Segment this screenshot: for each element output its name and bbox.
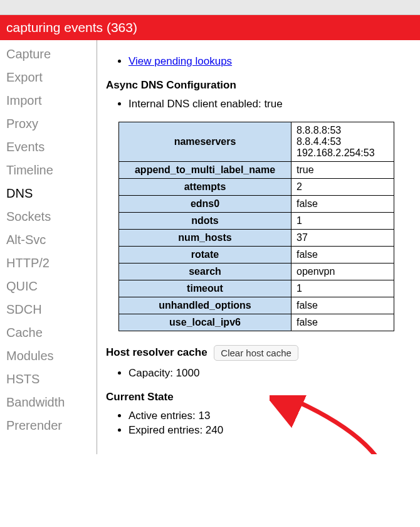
sidebar-item-bandwidth[interactable]: Bandwidth: [0, 391, 97, 414]
sidebar-item-timeline[interactable]: Timeline: [0, 159, 97, 182]
current-state-heading: Current State: [106, 391, 411, 403]
table-row: unhandled_optionsfalse: [119, 297, 394, 314]
capacity-value: Capacity: 1000: [129, 367, 411, 380]
sidebar-item-http-2[interactable]: HTTP/2: [0, 252, 97, 275]
config-key: timeout: [119, 280, 291, 297]
clear-host-cache-button[interactable]: Clear host cache: [214, 345, 298, 361]
sidebar-item-export[interactable]: Export: [0, 66, 97, 89]
async-dns-heading: Async DNS Configuration: [106, 79, 411, 92]
sidebar-item-sockets[interactable]: Sockets: [0, 205, 97, 228]
config-value: false: [291, 196, 394, 213]
dns-config-table: nameservers8.8.8.8:538.8.4.4:53192.168.2…: [118, 122, 394, 331]
config-key: search: [119, 264, 291, 280]
current-state-item: Expired entries: 240: [129, 424, 411, 437]
table-row: append_to_multi_label_nametrue: [119, 162, 394, 179]
config-value: 8.8.8.8:538.8.4.4:53192.168.2.254:53: [291, 122, 394, 162]
config-key: use_local_ipv6: [119, 314, 291, 331]
pending-lookups-item: View pending lookups: [129, 55, 411, 68]
sidebar-item-prerender[interactable]: Prerender: [0, 414, 97, 437]
main-content: View pending lookups Async DNS Configura…: [97, 40, 420, 454]
config-value: 1: [291, 280, 394, 297]
sidebar-item-modules[interactable]: Modules: [0, 344, 97, 368]
sidebar-item-dns[interactable]: DNS: [0, 182, 97, 205]
config-value: false: [291, 314, 394, 331]
capture-status-banner: capturing events (363): [0, 15, 420, 40]
config-key: edns0: [119, 196, 291, 213]
table-row: attempts2: [119, 179, 394, 196]
sidebar-item-capture[interactable]: Capture: [0, 43, 97, 66]
sidebar-item-alt-svc[interactable]: Alt-Svc: [0, 228, 97, 252]
table-row: rotatefalse: [119, 247, 394, 264]
table-row: nameservers8.8.8.8:538.8.4.4:53192.168.2…: [119, 122, 394, 162]
config-key: nameservers: [119, 122, 291, 162]
config-key: ndots: [119, 213, 291, 230]
sidebar-item-cache[interactable]: Cache: [0, 321, 97, 344]
table-row: timeout1: [119, 280, 394, 297]
config-value: openvpn: [291, 264, 394, 280]
sidebar-item-quic[interactable]: QUIC: [0, 275, 97, 298]
config-value: 2: [291, 179, 394, 196]
sidebar-item-proxy[interactable]: Proxy: [0, 112, 97, 136]
table-row: searchopenvpn: [119, 264, 394, 280]
sidebar-item-events[interactable]: Events: [0, 136, 97, 159]
internal-dns-client-status: Internal DNS client enabled: true: [129, 98, 411, 110]
view-pending-lookups-link[interactable]: View pending lookups: [129, 55, 232, 67]
host-resolver-cache-line: Host resolver cache Clear host cache: [106, 345, 411, 361]
current-state-item: Active entries: 13: [129, 410, 411, 422]
sidebar-item-import[interactable]: Import: [0, 89, 97, 112]
config-value: 37: [291, 230, 394, 247]
config-value: false: [291, 247, 394, 264]
config-value: true: [291, 162, 394, 179]
config-key: append_to_multi_label_name: [119, 162, 291, 179]
table-row: use_local_ipv6false: [119, 314, 394, 331]
config-key: num_hosts: [119, 230, 291, 247]
config-key: rotate: [119, 247, 291, 264]
browser-chrome-bar: [0, 0, 420, 15]
config-value: 1: [291, 213, 394, 230]
config-key: unhandled_options: [119, 297, 291, 314]
config-key: attempts: [119, 179, 291, 196]
table-row: ndots1: [119, 213, 394, 230]
banner-text: capturing events (363): [6, 20, 137, 35]
sidebar: CaptureExportImportProxyEventsTimelineDN…: [0, 40, 97, 454]
sidebar-item-sdch[interactable]: SDCH: [0, 298, 97, 321]
config-value: false: [291, 297, 394, 314]
host-resolver-cache-label: Host resolver cache: [106, 346, 207, 358]
table-row: edns0false: [119, 196, 394, 213]
sidebar-item-hsts[interactable]: HSTS: [0, 368, 97, 391]
table-row: num_hosts37: [119, 230, 394, 247]
